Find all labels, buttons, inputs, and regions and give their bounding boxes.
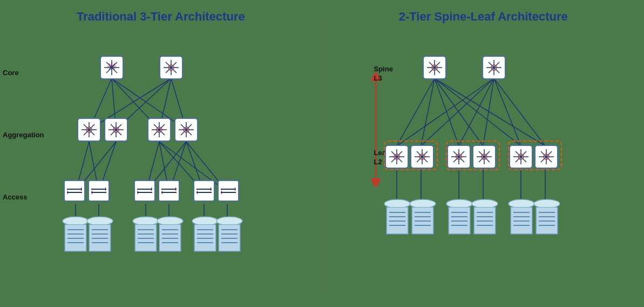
svg-marker-85 — [221, 190, 222, 195]
svg-line-128 — [397, 78, 494, 146]
spine-switch-2 — [482, 56, 506, 79]
server-5 — [192, 224, 219, 256]
leaf-switch-1 — [385, 145, 409, 169]
server-4 — [157, 224, 184, 256]
access-switch-4 — [158, 180, 180, 202]
svg-line-129 — [421, 78, 494, 146]
access-switch-2 — [88, 180, 110, 202]
aggregation-label: Aggregation — [3, 131, 44, 139]
core-switch-1: ✳ — [100, 56, 124, 79]
svg-line-131 — [483, 78, 494, 146]
svg-line-124 — [435, 78, 459, 146]
svg-marker-69 — [91, 190, 92, 195]
agg-switch-4 — [174, 118, 198, 142]
left-panel: Traditional 3-Tier Architecture — [0, 0, 322, 307]
server-6 — [216, 224, 243, 256]
agg-switch-3 — [147, 118, 171, 142]
right-title: 2-Tier Spine-Leaf Architecture — [323, 5, 645, 24]
red-arrow — [370, 73, 381, 189]
leaf-switch-4 — [472, 145, 496, 169]
leaf-switch-5 — [509, 145, 533, 169]
svg-marker-73 — [137, 190, 138, 195]
svg-marker-79 — [211, 187, 212, 191]
access-switch-1 — [64, 180, 85, 202]
svg-marker-75 — [175, 187, 177, 191]
agg-switch-1 — [77, 118, 101, 142]
r-server-6 — [533, 207, 560, 239]
r-server-1 — [384, 207, 411, 239]
leaf-switch-2 — [410, 145, 434, 169]
left-title: Traditional 3-Tier Architecture — [0, 5, 322, 24]
server-3 — [132, 224, 159, 256]
svg-marker-67 — [105, 187, 106, 191]
leaf-switch-3 — [447, 145, 471, 169]
access-switch-3 — [134, 180, 155, 202]
left-connections — [0, 0, 322, 307]
server-1 — [62, 224, 89, 256]
server-2 — [86, 224, 113, 256]
svg-marker-71 — [151, 187, 152, 191]
svg-marker-63 — [81, 187, 82, 191]
svg-line-125 — [435, 78, 483, 146]
spine-switch-1 — [423, 56, 446, 79]
svg-line-122 — [397, 78, 435, 146]
main-container: Traditional 3-Tier Architecture — [0, 0, 644, 307]
svg-marker-65 — [67, 190, 68, 195]
leaf-switch-6 — [534, 145, 558, 169]
r-server-5 — [508, 207, 535, 239]
svg-line-132 — [494, 78, 521, 146]
svg-line-127 — [435, 78, 545, 146]
svg-line-133 — [494, 78, 545, 146]
svg-marker-81 — [196, 190, 198, 195]
svg-marker-83 — [235, 187, 236, 191]
r-server-3 — [446, 207, 473, 239]
access-switch-5 — [193, 180, 215, 202]
right-panel: 2-Tier Spine-Leaf Architecture — [323, 0, 645, 307]
access-label: Access — [3, 193, 28, 201]
core-label: Core — [3, 69, 19, 77]
access-switch-6 — [218, 180, 239, 202]
r-server-4 — [471, 207, 498, 239]
spine-label: SpineL3 — [374, 65, 393, 83]
svg-line-126 — [435, 78, 521, 146]
svg-line-130 — [459, 78, 494, 146]
core-switch-2 — [159, 56, 183, 79]
r-server-2 — [409, 207, 436, 239]
svg-line-123 — [421, 78, 435, 146]
svg-marker-77 — [161, 190, 162, 195]
agg-switch-2 — [104, 118, 128, 142]
